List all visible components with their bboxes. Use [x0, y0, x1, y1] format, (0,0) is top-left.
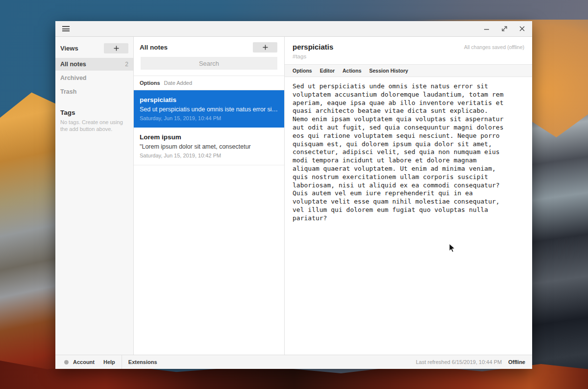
add-view-button[interactable] [104, 43, 128, 53]
menu-session-history[interactable]: Session History [369, 68, 408, 74]
tags-section-title: Tags [60, 109, 128, 116]
editor-title-block: perspiciatis #tags [293, 43, 333, 59]
note-title-field[interactable]: perspiciatis [293, 43, 333, 51]
sidebar-item-label: Archived [60, 75, 87, 81]
sidebar-item-trash[interactable]: Trash [55, 85, 133, 98]
note-tags-field[interactable]: #tags [293, 53, 333, 59]
search-container [134, 57, 284, 76]
menu-actions[interactable]: Actions [343, 68, 362, 74]
plus-icon [263, 45, 268, 50]
help-button[interactable]: Help [99, 359, 120, 365]
status-footer: Account Help Extensions Last refreshed 6… [55, 355, 532, 369]
note-item-title: perspiciatis [140, 96, 278, 104]
notes-list-header: All notes [134, 37, 284, 57]
note-list-item-perspiciatis[interactable]: perspiciatis Sed ut perspiciatis unde om… [134, 90, 284, 128]
sidebar-item-all-notes[interactable]: All notes 2 [55, 58, 133, 71]
notes-list-title: All notes [140, 44, 168, 51]
search-input[interactable] [141, 57, 277, 70]
list-options-button[interactable]: Options [140, 80, 160, 86]
titlebar [55, 21, 532, 37]
menu-options[interactable]: Options [293, 68, 312, 74]
hamburger-menu-icon[interactable] [62, 26, 70, 31]
add-note-button[interactable] [253, 42, 277, 52]
note-body-text: Sed ut perspiciatis unde omnis iste natu… [293, 82, 505, 223]
editor-pane: perspiciatis #tags All changes saved (of… [285, 37, 532, 355]
extensions-button[interactable]: Extensions [124, 359, 162, 365]
footer-left: Account Help Extensions [55, 355, 162, 369]
note-item-preview: "Lorem ipsum dolor sit amet, consectetur [140, 143, 278, 150]
sidebar-item-label: Trash [60, 88, 76, 95]
account-status-icon [64, 360, 69, 364]
note-count-badge: 2 [125, 61, 128, 68]
account-button[interactable]: Account [73, 359, 99, 365]
close-button[interactable] [518, 26, 525, 32]
editor-header: perspiciatis #tags All changes saved (of… [285, 37, 532, 64]
list-options-row: Options Date Added [134, 76, 284, 90]
plus-icon [114, 46, 119, 51]
views-header-row: Views [55, 42, 133, 58]
minimize-button[interactable] [483, 26, 490, 32]
note-item-date: Saturday, Jun 15, 2019, 10:42 PM [140, 153, 278, 158]
notes-app-window: Views All notes 2 Archived Trash Tags No [55, 21, 532, 369]
note-item-preview: Sed ut perspiciatis unde omnis iste natu… [140, 106, 278, 113]
sort-mode-label[interactable]: Date Added [164, 80, 193, 86]
menu-editor[interactable]: Editor [320, 68, 335, 74]
note-body-editor[interactable]: Sed ut perspiciatis unde omnis iste natu… [285, 77, 532, 355]
views-title: Views [60, 45, 78, 52]
sidebar-item-label: All notes [60, 61, 86, 68]
last-refreshed-label: Last refreshed 6/15/2019, 10:44 PM [416, 359, 502, 365]
window-controls [483, 26, 525, 32]
sidebar-views: Views All notes 2 Archived Trash Tags No [55, 37, 134, 355]
note-item-date: Saturday, Jun 15, 2019, 10:44 PM [140, 115, 278, 121]
sidebar-item-archived[interactable]: Archived [55, 72, 133, 84]
save-status-label: All changes saved (offline) [464, 43, 524, 50]
notes-list: perspiciatis Sed ut perspiciatis unde om… [134, 90, 284, 165]
notes-list-column: All notes Options Date Added perspiciati… [134, 37, 285, 355]
note-item-title: Lorem ipsum [140, 133, 278, 141]
footer-right: Last refreshed 6/15/2019, 10:44 PM Offli… [416, 359, 532, 365]
editor-menubar: Options Editor Actions Session History [285, 64, 532, 77]
tags-empty-message: No tags. Create one using the add button… [60, 119, 127, 132]
main-content: Views All notes 2 Archived Trash Tags No [55, 37, 532, 355]
note-list-item-lorem-ipsum[interactable]: Lorem ipsum "Lorem ipsum dolor sit amet,… [134, 128, 284, 165]
maximize-button[interactable] [501, 26, 508, 32]
offline-status-label: Offline [508, 359, 525, 365]
footer-divider [122, 355, 122, 369]
